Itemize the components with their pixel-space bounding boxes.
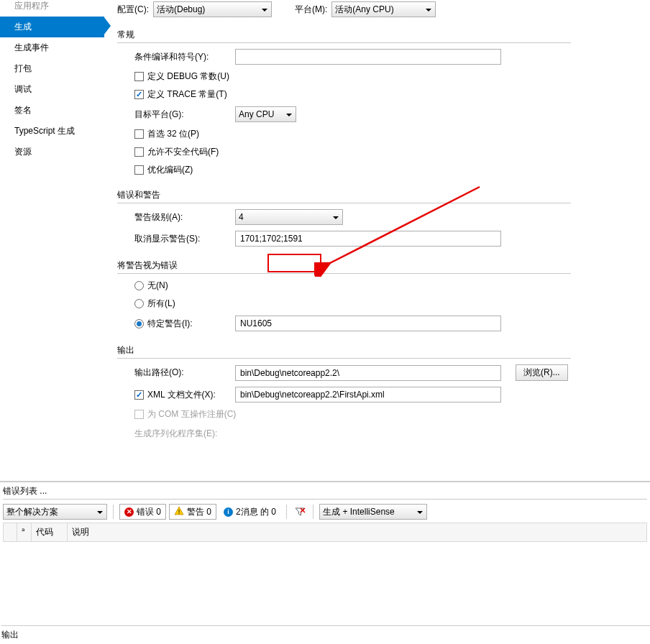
section-treat: 将警告视为错误 xyxy=(117,259,571,274)
treat-none-label: 无(N) xyxy=(147,280,168,292)
sidebar-item-app[interactable]: 应用程序 xyxy=(0,0,104,17)
error-grid-header: ᵃ 代码 说明 xyxy=(3,523,647,542)
config-dropdown[interactable]: 活动(Debug) xyxy=(153,1,272,17)
sidebar-item-package[interactable]: 打包 xyxy=(0,58,104,79)
treat-all-label: 所有(L) xyxy=(147,298,175,310)
section-errors: 错误和警告 xyxy=(117,189,571,203)
define-debug-checkbox[interactable] xyxy=(134,72,144,81)
warn-level-dropdown[interactable]: 4 xyxy=(235,209,343,225)
platform-dropdown[interactable]: 活动(Any CPU) xyxy=(331,1,436,17)
xml-doc-label: XML 文档文件(X): xyxy=(147,389,235,401)
treat-all-radio[interactable] xyxy=(134,299,144,308)
suppress-input[interactable]: 1701;1702;1591 xyxy=(235,231,501,247)
com-interop-label: 为 COM 互操作注册(C) xyxy=(147,408,236,420)
define-debug-label: 定义 DEBUG 常数(U) xyxy=(147,70,229,83)
warn-level-label: 警告级别(A): xyxy=(134,211,235,224)
warning-icon: ! xyxy=(174,506,184,518)
treat-specific-label: 特定警告(I): xyxy=(147,318,235,330)
annotation-box xyxy=(267,254,321,272)
platform-label: 平台(M): xyxy=(295,4,327,16)
cond-symbols-label: 条件编译和符号(Y): xyxy=(134,51,235,63)
content-panel: 配置(C): 活动(Debug) 平台(M): 活动(Any CPU) 常规 条… xyxy=(104,0,650,481)
optimize-label: 优化编码(Z) xyxy=(147,164,193,176)
truncated-row: 生成序列化程序集(E): xyxy=(134,428,235,440)
svg-text:!: ! xyxy=(178,508,180,515)
clear-filter-button[interactable] xyxy=(293,504,307,520)
source-filter-dropdown[interactable]: 生成 + IntelliSense xyxy=(319,504,427,520)
xml-doc-input[interactable]: bin\Debug\netcoreapp2.2\FirstApi.xml xyxy=(235,387,501,402)
errors-pill[interactable]: ✕ 错误 0 xyxy=(119,504,166,520)
define-trace-checkbox[interactable] xyxy=(134,90,144,99)
define-trace-label: 定义 TRACE 常量(T) xyxy=(147,88,227,101)
grid-header-code[interactable]: 代码 xyxy=(32,523,68,541)
error-list-panel: 错误列表 ... 整个解决方案 ✕ 错误 0 ! 警告 0 i 2消息 的 0 … xyxy=(0,482,650,542)
treat-specific-input[interactable]: NU1605 xyxy=(235,316,501,331)
section-output: 输出 xyxy=(117,344,571,359)
allow-unsafe-checkbox[interactable] xyxy=(134,147,144,157)
messages-pill[interactable]: i 2消息 的 0 xyxy=(219,504,280,520)
sidebar-item-resources[interactable]: 资源 xyxy=(0,142,104,162)
sidebar-item-build-events[interactable]: 生成事件 xyxy=(0,37,104,58)
filter-clear-icon xyxy=(294,506,306,518)
section-general: 常规 xyxy=(117,29,571,43)
allow-unsafe-label: 允许不安全代码(F) xyxy=(147,146,219,158)
output-panel-title: 输出 xyxy=(1,625,650,641)
xml-doc-checkbox[interactable] xyxy=(134,390,144,400)
treat-none-radio[interactable] xyxy=(134,281,144,290)
grid-header-sup[interactable]: ᵃ xyxy=(17,523,32,541)
output-path-label: 输出路径(O): xyxy=(134,367,235,379)
treat-specific-radio[interactable] xyxy=(134,319,144,328)
error-icon: ✕ xyxy=(124,507,134,517)
sidebar-item-sign[interactable]: 签名 xyxy=(0,100,104,121)
output-path-input[interactable]: bin\Debug\netcoreapp2.2\ xyxy=(235,365,501,381)
scope-dropdown[interactable]: 整个解决方案 xyxy=(3,504,107,520)
prefer32-checkbox[interactable] xyxy=(134,129,144,139)
sidebar-item-debug[interactable]: 调试 xyxy=(0,79,104,100)
suppress-label: 取消显示警告(S): xyxy=(134,233,235,245)
warnings-pill[interactable]: ! 警告 0 xyxy=(169,504,216,520)
optimize-checkbox[interactable] xyxy=(134,165,144,175)
prefer32-label: 首选 32 位(P) xyxy=(147,128,199,140)
com-interop-checkbox xyxy=(134,410,144,419)
grid-header-desc[interactable]: 说明 xyxy=(68,523,647,541)
target-platform-dropdown[interactable]: Any CPU xyxy=(235,106,296,122)
browse-button[interactable]: 浏览(R)... xyxy=(516,364,568,381)
info-icon: i xyxy=(224,507,233,517)
error-list-title: 错误列表 ... xyxy=(3,485,647,500)
sidebar: 应用程序 生成 生成事件 打包 调试 签名 TypeScript 生成 资源 xyxy=(0,0,104,481)
sidebar-item-ts-build[interactable]: TypeScript 生成 xyxy=(0,121,104,142)
target-platform-label: 目标平台(G): xyxy=(134,109,235,121)
sidebar-item-build[interactable]: 生成 xyxy=(0,17,104,37)
config-label: 配置(C): xyxy=(117,4,149,16)
cond-symbols-input[interactable] xyxy=(235,49,501,65)
